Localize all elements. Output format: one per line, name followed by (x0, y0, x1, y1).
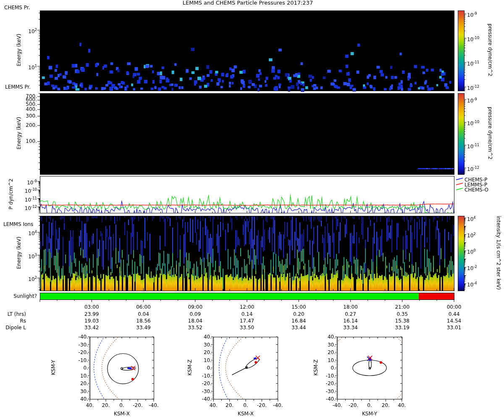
p2-ytick-label: 100. (13, 138, 37, 144)
p4-ytick-label: 104 (13, 229, 37, 236)
p3-ytick-label: 10-10 (13, 186, 37, 194)
orbit-ytick-label: -20. (193, 381, 212, 386)
ephemeris-row-label-lt: LT (hrs) (0, 311, 26, 317)
legend-entry-chems-o: CHEMS-O (465, 187, 488, 193)
ephemeris-dipole-value: 33.49 (127, 325, 160, 331)
orbit-ytick-label: 40. (317, 334, 336, 340)
orbit-ytick-label: 30. (70, 388, 88, 394)
ephemeris-lt-value: 23.99 (75, 311, 108, 317)
colorbar2-tick-label: 10-12 (467, 165, 492, 172)
ephemeris-lt-value: 0.35 (386, 311, 419, 317)
p3-ytick-label: 10-9 (13, 178, 37, 186)
p1-ytick-label: 102 (13, 27, 37, 34)
panel1-ylabel: Energy (keV) (16, 8, 22, 92)
orbit-xtick-label: 40. (392, 402, 412, 408)
ephemeris-lt-value: 0.20 (282, 311, 315, 317)
orbit-ytick-label: -20. (317, 381, 336, 386)
ephemeris-lt-value: 0.44 (437, 311, 471, 317)
colorbar2-unit-label: pressure dyne/cm^2 (487, 91, 493, 175)
colorbar1-tick-label: 10-12 (467, 84, 492, 91)
orbit-ytick-label: 20. (317, 349, 336, 355)
time-tick-label: 09:00 (178, 304, 212, 310)
ephemeris-dipole-value: 33.34 (334, 325, 368, 331)
orbit-xy-ylabel: KSM-Y (50, 326, 56, 410)
orbit-xz-xlabel: KSM-X (226, 411, 266, 417)
colorbar4-tick-label: 10-4 (467, 280, 492, 288)
time-tick-label: 21:00 (386, 304, 419, 310)
orbit-ytick-label: 0. (317, 365, 336, 371)
orbit-ytick-label: -40. (193, 396, 212, 402)
colorbar4-tick-label: 102 (467, 231, 492, 239)
orbit-ytick-label: 20. (193, 349, 212, 355)
ephemeris-lt-value: 0.09 (178, 311, 212, 317)
orbit-ytick-label: 20. (70, 381, 88, 386)
orbit-ytick-label: 40. (193, 334, 212, 340)
ephemeris-lt-value: 0.27 (334, 311, 368, 317)
orbit-ytick-label: -30. (70, 342, 88, 348)
orbit-ytick-label: 40. (70, 396, 88, 402)
p3-ytick-label: 10-12 (13, 204, 37, 211)
ephemeris-rs-value: 17.47 (230, 318, 264, 324)
lemms-chems-pressure-figure: LEMMS and CHEMS Particle Pressures 2017:… (0, 0, 504, 420)
ephemeris-row-label-dipole-l: Dipole L (0, 325, 26, 331)
orbit-xy-xlabel: KSM-X (102, 411, 142, 417)
ephemeris-dipole-value: 33.19 (386, 325, 419, 331)
orbit-ytick-label: 30. (193, 342, 212, 348)
orbit-ytick-label: -20. (70, 349, 88, 355)
colorbar1-tick-label: 10-10 (467, 35, 492, 42)
orbit-yz-xlabel: KSM-Y (349, 411, 390, 417)
ephemeris-rs-value: 16.84 (282, 318, 315, 324)
orbit-ytick-label: -10. (193, 373, 212, 379)
time-tick-label: 03:00 (75, 304, 108, 310)
ephemeris-rs-value: 19.03 (75, 318, 108, 324)
orbit-ytick-label: -10. (317, 373, 336, 379)
ephemeris-dipole-value: 33.44 (282, 325, 315, 331)
orbit-ytick-label: -30. (317, 388, 336, 394)
colorbar4-tick-label: 104 (467, 215, 492, 222)
ephemeris-rs-value: 18.56 (127, 318, 160, 324)
orbit-xtick-label: -40. (144, 402, 164, 408)
colorbar2-tick-label: 10-10 (467, 119, 492, 126)
colorbar4-tick-label: 100 (467, 247, 492, 255)
orbit-ytick-label: 0. (70, 365, 88, 371)
time-tick-label: 00:00 (437, 304, 471, 310)
ephemeris-dipole-value: 33.01 (437, 325, 471, 331)
time-tick-label: 12:00 (230, 304, 264, 310)
orbit-ytick-label: 10. (70, 373, 88, 379)
colorbar1-tick-label: 10-11 (467, 59, 492, 67)
orbit-xz-ylabel: KSM-Z (187, 326, 193, 410)
p1-ytick-label: 101 (13, 63, 37, 71)
p4-ytick-label: 103 (13, 252, 37, 260)
colorbar1-tick-label: 10-9 (467, 10, 492, 18)
time-tick-label: 15:00 (282, 304, 315, 310)
orbit-ytick-label: -40. (70, 334, 88, 340)
ephemeris-row-label-rs: Rs (0, 318, 26, 324)
colorbar4-unit-label: intensity 1/(s cm^2 ster keV) (496, 211, 501, 295)
colorbar1-unit-label: pressure dyne/cm^2 (487, 8, 493, 92)
ephemeris-lt-value: 0.14 (230, 311, 264, 317)
ephemeris-rs-value: 14.54 (437, 318, 471, 324)
time-tick-label: 18:00 (334, 304, 368, 310)
orbit-ytick-label: -30. (193, 388, 212, 394)
ephemeris-rs-value: 16.14 (334, 318, 368, 324)
p2-ytick-label: 400. (13, 106, 37, 112)
colorbar4-tick-label: 10-2 (467, 264, 492, 271)
orbit-ytick-label: 10. (193, 357, 212, 363)
orbit-xtick-label: -40. (268, 402, 288, 408)
ephemeris-rs-value: 18.04 (178, 318, 212, 324)
p2-ytick-label: 200. (13, 122, 37, 128)
ephemeris-dipole-value: 33.42 (75, 325, 108, 331)
ephemeris-lt-value: 0.04 (127, 311, 160, 317)
figure-title: LEMMS and CHEMS Particle Pressures 2017:… (0, 0, 496, 6)
ephemeris-dipole-value: 33.52 (178, 325, 212, 331)
p2-ytick-label: 300. (13, 113, 37, 119)
p3-ytick-label: 10-11 (13, 195, 37, 203)
ephemeris-dipole-value: 33.50 (230, 325, 264, 331)
orbit-ytick-label: 30. (317, 342, 336, 348)
orbit-ytick-label: 10. (317, 357, 336, 363)
orbit-ytick-label: -40. (317, 396, 336, 402)
colorbar2-tick-label: 10-11 (467, 142, 492, 150)
colorbar2-tick-label: 10-9 (467, 96, 492, 104)
ephemeris-rs-value: 15.38 (386, 318, 419, 324)
time-tick-label: 06:00 (127, 304, 160, 310)
